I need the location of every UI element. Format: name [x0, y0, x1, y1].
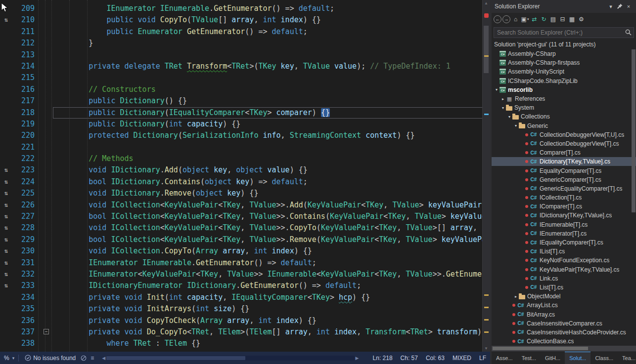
tree-horizontal-scrollbar[interactable] [492, 346, 636, 351]
scroll-down-icon[interactable]: ▼ [483, 346, 490, 351]
line-number[interactable]: 209 [12, 3, 39, 14]
code-line-234[interactable]: private void Init(int capacity, IEqualit… [53, 292, 490, 303]
hscroll-thumb[interactable] [493, 347, 588, 350]
line-number[interactable]: 212 [12, 38, 39, 49]
expander-expanded-icon[interactable]: ▾ [494, 87, 500, 92]
implements-override-glyph-icon[interactable]: ⇅ [0, 257, 12, 269]
search-input[interactable] [494, 27, 634, 38]
health-check-icon[interactable] [25, 355, 31, 361]
code-line-239[interactable]: private static KeyValuePair<TKey, TValue… [53, 350, 490, 352]
glyph-margin[interactable] [0, 49, 12, 61]
code-line-227[interactable]: bool ICollection<KeyValuePair<TKey, TVal… [53, 211, 490, 222]
new-filtered-view-button[interactable]: ▤ [549, 15, 557, 24]
line-number[interactable]: 214 [12, 61, 39, 72]
fold-margin[interactable]: − [39, 326, 53, 338]
tree-item[interactable]: C#Assembly-CSharp [492, 49, 636, 58]
line-number[interactable]: 233 [12, 280, 39, 291]
tree-item[interactable]: C#IDictionary[TKey,TValue].cs [492, 211, 636, 220]
tree-item[interactable]: ▸ObjectModel [492, 292, 636, 301]
properties-button[interactable]: ⚙ [577, 15, 586, 24]
solution-root-label[interactable]: Solution 'project-gui' (11 of 11 project… [492, 40, 636, 49]
line-number[interactable]: 234 [12, 292, 39, 303]
implements-override-glyph-icon[interactable]: ⇅ [0, 234, 12, 245]
line-number[interactable]: 230 [12, 245, 39, 257]
fold-margin[interactable] [39, 61, 53, 72]
tree-item[interactable]: ▾Generic [492, 121, 636, 130]
fold-margin[interactable] [39, 153, 53, 164]
fold-margin[interactable] [39, 84, 53, 95]
tree-item[interactable]: C#ICSharpCode.SharpZipLib [492, 77, 636, 85]
tree-item[interactable]: ▾System [492, 103, 636, 112]
code-line-232[interactable]: IEnumerator<KeyValuePair<TKey, TValue>> … [53, 269, 490, 280]
line-number[interactable]: 227 [12, 211, 39, 222]
fold-margin[interactable] [39, 3, 53, 14]
code-line-221[interactable] [53, 142, 490, 153]
code-line-229[interactable]: bool ICollection<KeyValuePair<TKey, TVal… [53, 234, 490, 245]
line-number[interactable]: 231 [12, 257, 39, 269]
code-line-233[interactable]: IDictionaryEnumerator IDictionary.GetEnu… [53, 280, 490, 291]
code-line-220[interactable]: protected Dictionary(SerializationInfo i… [53, 130, 490, 141]
tree-item[interactable]: C#ICollection[T].cs [492, 193, 636, 202]
expander-expanded-icon[interactable]: ▾ [500, 106, 506, 110]
tree-item[interactable]: C#BitArray.cs [492, 310, 636, 319]
expander-collapsed-icon[interactable]: ▸ [513, 294, 519, 299]
glyph-margin[interactable] [0, 61, 12, 72]
code-line-209[interactable]: IEnumerator IEnumerable.GetEnumerator() … [53, 3, 490, 14]
code-line-238[interactable]: where TRet : TElem {} [53, 338, 490, 349]
implements-override-glyph-icon[interactable]: ⇅ [0, 269, 12, 280]
fold-margin[interactable] [39, 176, 53, 188]
implements-override-glyph-icon[interactable]: ⇅ [0, 222, 12, 234]
glyph-margin[interactable] [0, 84, 12, 95]
fold-margin[interactable] [39, 119, 53, 130]
expander-expanded-icon[interactable]: ▾ [506, 115, 512, 119]
glyph-margin[interactable] [0, 303, 12, 315]
fold-margin[interactable] [39, 303, 53, 315]
tree-item[interactable]: C#IEnumerator[T].cs [492, 229, 636, 238]
editor-horizontal-scrollbar[interactable]: ◀ ▶ [101, 356, 360, 361]
glyph-margin[interactable] [0, 338, 12, 349]
line-number[interactable]: 239 [12, 350, 39, 352]
line-number[interactable]: 228 [12, 222, 39, 234]
code-line-228[interactable]: void ICollection<KeyValuePair<TKey, TVal… [53, 222, 490, 234]
fold-margin[interactable] [39, 107, 53, 119]
code-line-225[interactable]: void IDictionary.Remove(object key) {} [53, 188, 490, 199]
line-number[interactable]: 223 [12, 164, 39, 176]
code-line-226[interactable]: void ICollection<KeyValuePair<TKey, TVal… [53, 200, 490, 211]
tree-item[interactable]: ▾Collections [492, 112, 636, 121]
fold-margin[interactable] [39, 49, 53, 61]
scroll-left-icon[interactable]: ◀ [101, 356, 106, 361]
glyph-margin[interactable] [0, 292, 12, 303]
line-number[interactable]: 215 [12, 72, 39, 83]
tree-item[interactable]: ▾C#mscorlib [492, 85, 636, 94]
code-line-214[interactable]: private delegate TRet Transform<TRet>(TK… [53, 61, 490, 72]
code-line-210[interactable]: public void CopyTo(TValue[] array, int i… [53, 14, 490, 26]
glyph-margin[interactable] [0, 315, 12, 326]
tree-item[interactable]: C#KeyNotFoundException.cs [492, 256, 636, 265]
line-number[interactable]: 217 [12, 95, 39, 107]
tree-item[interactable]: C#Assembly-UnityScript [492, 67, 636, 76]
fold-margin[interactable] [39, 350, 53, 352]
line-number[interactable]: 235 [12, 303, 39, 315]
tree-item[interactable]: C#CollectionBase.cs [492, 337, 636, 346]
document-options-icon[interactable]: ≡ [91, 355, 94, 362]
code-line-231[interactable]: IEnumerator IEnumerable.GetEnumerator() … [53, 257, 490, 269]
zoom-control[interactable]: % ▾ [4, 355, 14, 362]
tree-item[interactable]: C#GenericComparer[T].cs [492, 175, 636, 184]
indent-mode-indicator[interactable]: MIXED [453, 355, 471, 362]
code-line-213[interactable] [53, 49, 490, 61]
issues-status[interactable]: No issues found [33, 355, 76, 362]
pin-icon[interactable] [615, 3, 624, 10]
eol-indicator[interactable]: LF [479, 355, 486, 362]
fold-margin[interactable] [39, 26, 53, 38]
tree-item[interactable]: C#List[T].cs [492, 283, 636, 292]
implements-override-glyph-icon[interactable]: ⇅ [0, 176, 12, 188]
tool-tab-solut[interactable]: Solut... [565, 352, 591, 364]
tool-tab-test[interactable]: Test... [517, 352, 541, 364]
code-line-218[interactable]: public Dictionary(IEqualityComparer<TKey… [53, 107, 490, 119]
tree-item[interactable]: C#Comparer[T].cs [492, 148, 636, 157]
code-line-216[interactable]: // Constructors [53, 84, 490, 95]
sync-with-active-document-button[interactable]: ⇄ [530, 15, 539, 24]
line-number[interactable]: 229 [12, 234, 39, 245]
line-number[interactable]: 213 [12, 49, 39, 61]
hscroll-thumb[interactable] [106, 356, 245, 360]
